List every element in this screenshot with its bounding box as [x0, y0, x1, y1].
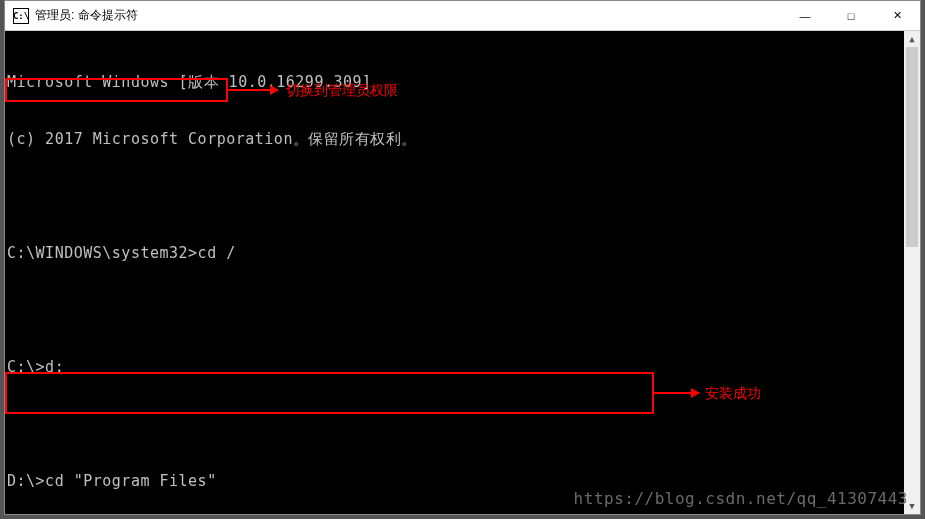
window-title: 管理员: 命令提示符 [35, 7, 138, 24]
annotation-arrow-2 [654, 392, 699, 394]
maximize-button[interactable]: □ [828, 1, 874, 31]
annotation-label-1: 切换到管理员权限 [286, 82, 398, 100]
prompt-line: C:\>d: [5, 358, 920, 377]
vertical-scrollbar[interactable]: ▲ ▼ [904, 31, 920, 514]
annotation-arrow-1 [228, 89, 278, 91]
close-button[interactable]: ✕ [874, 1, 920, 31]
scrollbar-thumb[interactable] [906, 47, 918, 247]
minimize-button[interactable]: — [782, 1, 828, 31]
output-line: (c) 2017 Microsoft Corporation。保留所有权利。 [5, 130, 920, 149]
scroll-up-icon[interactable]: ▲ [904, 31, 920, 47]
watermark: https://blog.csdn.net/qq_41307443 [574, 489, 908, 508]
cmd-icon: C:\ [13, 8, 29, 24]
command-prompt-window: C:\ 管理员: 命令提示符 — □ ✕ Microsoft Windows [… [4, 0, 921, 515]
terminal-output[interactable]: Microsoft Windows [版本 10.0.16299.309] (c… [5, 31, 920, 519]
output-line: Microsoft Windows [版本 10.0.16299.309] [5, 73, 920, 92]
titlebar[interactable]: C:\ 管理员: 命令提示符 — □ ✕ [5, 1, 920, 31]
annotation-label-2: 安装成功 [705, 385, 761, 403]
prompt-line: C:\WINDOWS\system32>cd / [5, 244, 920, 263]
